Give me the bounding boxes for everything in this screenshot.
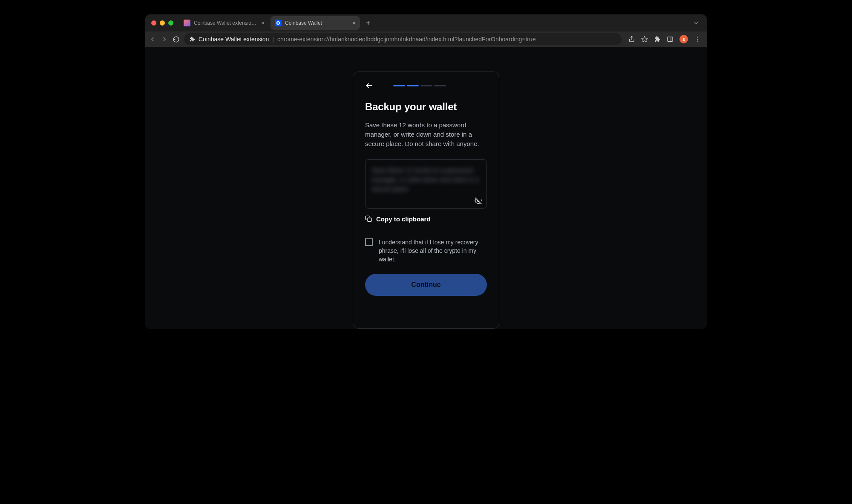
maximize-window-button[interactable] [168,20,173,26]
tab-title: Coinbase Wallet [285,20,349,26]
star-icon[interactable] [641,36,648,43]
toolbar-right-icons: s [626,35,703,43]
browser-toolbar: Coinbase Wallet extension | chrome-exten… [145,32,707,47]
card-header [365,81,487,90]
copy-icon [365,215,372,222]
address-label: Coinbase Wallet extension [199,36,269,43]
new-tab-button[interactable]: + [362,19,375,28]
window-controls [149,20,178,26]
address-separator: | [272,36,274,43]
tab-list-chevron-icon[interactable] [689,20,703,26]
svg-rect-2 [668,37,673,42]
tab-close-button[interactable]: × [261,20,265,26]
kebab-menu-icon[interactable] [694,36,701,43]
continue-button[interactable]: Continue [365,274,487,296]
card-title: Backup your wallet [365,101,487,113]
tab-coinbase-wallet-extension[interactable]: Coinbase Wallet extension - Ch × [179,16,269,30]
tab-bar: Coinbase Wallet extension - Ch × Coinbas… [145,14,707,32]
tab-title: Coinbase Wallet extension - Ch [194,20,258,26]
profile-avatar[interactable]: s [679,35,688,43]
copy-to-clipboard-button[interactable]: Copy to clipboard [365,215,487,223]
address-url: chrome-extension://hnfanknocfeofbddgcijn… [277,36,536,43]
acknowledgement-checkbox[interactable] [365,238,373,246]
page-content: Backup your wallet Save these 12 words t… [145,47,707,329]
acknowledgement-row: I understand that if I lose my recovery … [365,238,487,264]
svg-point-4 [697,37,698,37]
backup-wallet-card: Backup your wallet Save these 12 words t… [353,72,499,329]
svg-point-6 [697,41,698,42]
back-button[interactable] [365,81,374,90]
avatar-initial: s [682,37,685,42]
extension-icon [189,36,195,42]
address-bar[interactable]: Coinbase Wallet extension | chrome-exten… [184,33,622,45]
favicon-icon [184,20,190,26]
acknowledgement-text: I understand that if I lose my recovery … [379,238,487,264]
svg-marker-1 [642,36,647,42]
reveal-toggle-button[interactable] [475,197,482,205]
progress-indicator [393,85,446,86]
copy-label: Copy to clipboard [376,215,431,223]
favicon-icon [275,20,282,26]
progress-step-4 [434,85,446,86]
svg-rect-9 [368,218,371,222]
browser-window: Coinbase Wallet extension - Ch × Coinbas… [145,14,707,329]
progress-step-3 [420,85,432,86]
continue-label: Continue [411,281,440,288]
seed-phrase-box: Save these 12 words to a password manage… [365,159,487,208]
nav-forward-button[interactable] [161,35,168,43]
card-description: Save these 12 words to a password manage… [365,120,487,148]
nav-back-button[interactable] [149,35,156,43]
minimize-window-button[interactable] [160,20,165,26]
reload-button[interactable] [173,36,180,43]
share-icon[interactable] [628,36,635,43]
progress-step-1 [393,85,405,86]
extensions-icon[interactable] [654,36,661,43]
svg-point-5 [697,39,698,40]
progress-step-2 [407,85,419,86]
tab-coinbase-wallet[interactable]: Coinbase Wallet × [271,16,360,30]
tab-close-button[interactable]: × [352,20,356,26]
close-window-button[interactable] [151,20,156,26]
panel-icon[interactable] [667,36,674,43]
seed-phrase-blurred: Save these 12 words to a password manage… [371,166,481,193]
